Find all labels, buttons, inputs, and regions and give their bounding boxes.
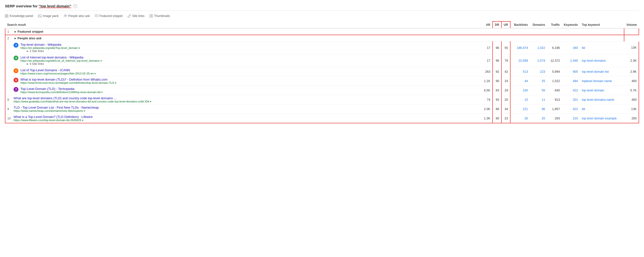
volume-value: 200 [624, 114, 639, 123]
top-keyword-link[interactable]: top level domains.name [582, 98, 614, 102]
result-title[interactable]: List of Internet top-level domains - Wik… [20, 56, 83, 59]
domains-link[interactable]: 96 [542, 107, 545, 111]
filter-people-also-ask[interactable]: People also ask [64, 14, 90, 18]
people-also-ask-cell: People also ask [12, 35, 624, 42]
url-dropdown-arrow[interactable]: ▾ [115, 82, 116, 84]
url-text: https://searchmicroservices.techtarget.c… [20, 81, 114, 84]
backlinks-link[interactable]: 44 [524, 79, 528, 83]
result-title[interactable]: Top-level domain - Wikipedia [20, 43, 61, 46]
row-num-cell [5, 54, 12, 67]
backlinks-value: 513 [510, 67, 530, 76]
backlinks-link[interactable]: 513 [523, 70, 528, 74]
top-keyword-value: top level domains.name [580, 95, 624, 104]
site-links-count[interactable]: 3 Site links [20, 50, 80, 53]
domains-link[interactable]: 11 [542, 98, 545, 102]
url-dropdown-arrow[interactable]: ▾ [94, 72, 96, 75]
ur-value: 29 [502, 86, 510, 95]
keywords-link[interactable]: 494 [573, 79, 578, 83]
url-dropdown-arrow[interactable]: ▾ [82, 119, 83, 122]
domains-link[interactable]: 2,074 [537, 59, 545, 62]
url-text: https://www.godaddy.com/help/what-are-to… [14, 100, 149, 103]
domains-link[interactable]: 223 [540, 70, 545, 74]
volume-value: 13K [624, 104, 639, 114]
domains-link[interactable]: 25 [542, 79, 545, 83]
filter-featured-snippet[interactable]: Featured snippet [95, 14, 123, 18]
result-title[interactable]: List of Top-Level Domains - ICANN [20, 68, 70, 72]
table-row: 1 Featured snippet [5, 28, 639, 35]
svg-rect-11 [150, 16, 151, 18]
ur-value: 55 [502, 42, 510, 54]
domains-value: 2,074 [530, 54, 547, 67]
top-keyword-link[interactable]: tld [582, 107, 585, 111]
url-dropdown-arrow[interactable]: ▾ [79, 47, 80, 50]
backlinks-link[interactable]: 30 [524, 117, 528, 120]
page-title: SERP overview for "top level domain" [5, 4, 71, 8]
traffic-value: 12,372 [547, 54, 562, 67]
ar-value: 17 [480, 42, 492, 54]
ur-value: 42 [502, 67, 510, 76]
top-keyword-link[interactable]: tld [582, 46, 585, 50]
url-dropdown-arrow[interactable]: ▾ [101, 91, 102, 94]
people-also-ask-label: People also ask [68, 14, 90, 18]
filter-knowledge-panel[interactable]: Knowledge panel [5, 14, 33, 18]
keywords-link[interactable]: 201 [573, 98, 578, 102]
backlinks-link[interactable]: 22,699 [518, 59, 528, 62]
result-title[interactable]: Top-Level Domain (TLD) - Techopedia [20, 87, 74, 91]
top-keyword-link[interactable]: top level domains [582, 59, 606, 62]
keywords-link[interactable]: 422 [573, 107, 578, 111]
keywords-link[interactable]: 340 [573, 46, 578, 50]
backlinks-link[interactable]: 100 [523, 89, 528, 92]
dr-value: 90 [492, 76, 502, 86]
filter-thumbnails[interactable]: Thumbnails [150, 14, 170, 18]
keywords-link[interactable]: 905 [573, 70, 578, 74]
url-text: https://en.wikipedia.org/wiki/Top-level_… [20, 46, 78, 50]
top-keyword-link[interactable]: top level domain example [582, 117, 617, 120]
image-pack-icon [38, 14, 42, 18]
result-title[interactable]: TLD - Top Level Domain List - Find New T… [14, 106, 98, 109]
top-keyword-link[interactable]: top level domain [582, 89, 604, 92]
keywords-link[interactable]: 210 [573, 117, 578, 120]
result-title[interactable]: What are top-level domains (TLD) and cou… [14, 96, 116, 100]
domains-link[interactable]: 1,022 [537, 46, 545, 50]
table-header-row: Search result AR DR UR Backlinks Domains… [5, 22, 639, 28]
svg-rect-1 [7, 14, 8, 16]
url-dropdown-arrow[interactable]: ▾ [150, 100, 151, 103]
knowledge-panel-label: Knowledge panel [10, 14, 33, 18]
domains-link[interactable]: 20 [542, 117, 545, 120]
svg-rect-4 [38, 14, 41, 18]
row-num-cell [5, 67, 12, 76]
url-dropdown-arrow[interactable]: ▾ [100, 60, 102, 62]
svg-rect-12 [152, 16, 153, 18]
url-dropdown-arrow[interactable]: ▾ [84, 110, 85, 112]
backlinks-link[interactable]: 15 [524, 98, 528, 102]
result-title[interactable]: What is top-level domain (TLD)? - Defini… [20, 78, 108, 81]
top-keyword-value: toplevel domain name [580, 76, 624, 86]
backlinks-link[interactable]: 221 [523, 107, 528, 111]
keywords-link[interactable]: 422 [573, 89, 578, 92]
featured-snippet-label: Featured snippet [100, 14, 123, 18]
rank-badge: 5 [14, 68, 18, 73]
volume-value: 13K [624, 42, 639, 54]
people-also-ask-icon [64, 14, 67, 18]
result-url: https://www.icann.org/resources/pages/tl… [20, 72, 96, 75]
help-icon[interactable]: ? [73, 4, 77, 8]
backlinks-link[interactable]: 186,474 [517, 46, 528, 50]
top-keyword-link[interactable]: top level domain list [582, 70, 609, 74]
site-links-icon [128, 14, 131, 18]
top-keyword-value: top level domain [580, 86, 624, 95]
col-traffic: Traffic [547, 22, 562, 28]
ar-value: 6.5K [480, 86, 492, 95]
domains-value: 20 [530, 114, 547, 123]
site-links-count[interactable]: 4 Site links [20, 62, 102, 66]
keywords-value: 201 [562, 95, 580, 104]
result-cell: TLD - Top Level Domain List - Find New T… [12, 104, 480, 114]
result-cell: 4 List of Internet top-level domains - W… [12, 54, 480, 67]
top-keyword-link[interactable]: toplevel domain name [582, 79, 612, 83]
domains-link[interactable]: 56 [542, 89, 545, 92]
filter-image-pack[interactable]: Image pack [38, 14, 59, 18]
featured-snippet-label: Featured snippet [14, 30, 622, 34]
result-title[interactable]: What Is a Top-Level Domain? (TLD Definit… [14, 115, 92, 119]
filter-site-links[interactable]: Site links [128, 14, 144, 18]
rank-badge: 6 [14, 78, 18, 82]
keywords-link[interactable]: 1,446 [570, 59, 578, 62]
